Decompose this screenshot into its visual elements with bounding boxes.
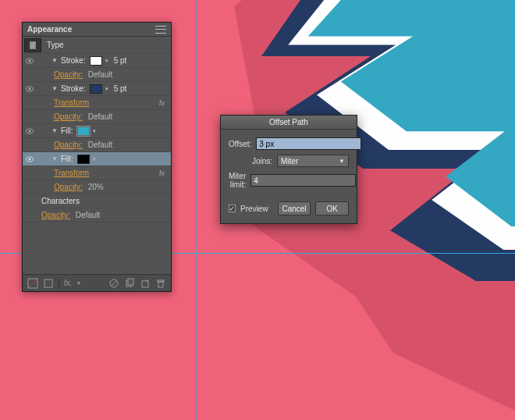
svg-point-3 [29, 87, 31, 90]
ok-button[interactable]: OK [315, 201, 349, 215]
target-type-label: Type [47, 41, 64, 49]
dialog-title-label: Offset Path [269, 118, 308, 126]
appearance-panel-title[interactable]: Appearance [23, 23, 171, 37]
swatch-dropdown-icon[interactable]: ▾ [105, 58, 108, 64]
svg-rect-15 [142, 281, 148, 287]
stroke-box-icon[interactable] [43, 278, 54, 289]
svg-point-7 [29, 158, 31, 160]
appearance-row-opacity[interactable]: Opacity: Default [23, 208, 171, 222]
stroke-swatch[interactable] [90, 84, 102, 94]
row-label: Stroke: [61, 56, 86, 65]
opacity-value: Default [88, 70, 113, 79]
row-label[interactable]: Opacity: [54, 70, 83, 79]
svg-rect-16 [158, 282, 163, 287]
duplicate-item-icon[interactable] [124, 278, 135, 289]
panel-menu-icon[interactable] [155, 26, 166, 34]
fill-swatch[interactable] [77, 155, 90, 164]
appearance-row-fill[interactable]: ▼ Fill: ▾ [23, 152, 171, 166]
svg-line-12 [111, 280, 117, 287]
appearance-row-effect[interactable]: Transform fx [23, 96, 171, 110]
row-label[interactable]: Opacity: [41, 211, 70, 219]
visibility-toggle-icon[interactable] [24, 154, 35, 165]
fx-indicator-icon: fx [159, 169, 165, 177]
appearance-row-stroke[interactable]: ▼ Stroke: ▾ 5 pt [23, 82, 171, 96]
fill-swatch[interactable] [77, 126, 90, 136]
visibility-toggle-icon[interactable] [24, 126, 35, 137]
no-fill-icon[interactable] [27, 278, 38, 289]
joins-select-value: Miter [281, 157, 298, 166]
appearance-target-row[interactable]: Type [23, 37, 171, 54]
appearance-row-effect[interactable]: Transform fx [23, 166, 171, 180]
appearance-row-stroke[interactable]: ▼ Stroke: ▾ 5 pt [23, 54, 171, 68]
stroke-swatch[interactable] [90, 56, 102, 66]
appearance-row-opacity[interactable]: Opacity: 20% [23, 180, 171, 194]
preview-label: Preview [240, 205, 268, 213]
svg-rect-14 [128, 279, 133, 285]
new-item-icon[interactable] [140, 278, 151, 289]
opacity-value: 20% [88, 183, 104, 191]
svg-point-5 [29, 130, 31, 132]
target-thumbnail-icon [24, 38, 41, 52]
joins-field-label: Joins: [229, 157, 272, 166]
row-label: Characters [41, 197, 80, 205]
appearance-row-characters[interactable]: Characters [23, 194, 171, 208]
row-label: Stroke: [61, 84, 86, 93]
row-label: Fill: [61, 126, 73, 135]
offset-input[interactable] [256, 137, 361, 150]
visibility-toggle-icon[interactable] [24, 55, 35, 66]
appearance-panel-footer: fx. ▾ [23, 274, 171, 291]
visibility-toggle-icon[interactable] [24, 84, 35, 94]
joins-select[interactable]: Miter ▼ [277, 155, 349, 167]
disclosure-triangle-icon[interactable]: ▼ [51, 57, 59, 64]
row-label[interactable]: Opacity: [54, 183, 83, 191]
svg-line-9 [29, 279, 37, 287]
guide-vertical[interactable] [197, 0, 197, 420]
swatch-dropdown-icon[interactable]: ▾ [105, 86, 108, 92]
row-label[interactable]: Transform [54, 98, 89, 107]
delete-item-icon[interactable] [155, 278, 166, 289]
svg-rect-10 [44, 279, 52, 287]
appearance-panel[interactable]: Appearance Type ▼ Stroke: ▾ 5 pt Opacity… [22, 22, 172, 292]
row-label[interactable]: Transform [54, 169, 89, 177]
row-label: Fill: [61, 155, 73, 163]
dialog-title-bar[interactable]: Offset Path [221, 116, 357, 130]
appearance-row-opacity[interactable]: Opacity: Default [23, 68, 171, 82]
appearance-row-opacity[interactable]: Opacity: Default [23, 110, 171, 124]
fx-indicator-icon: fx [159, 99, 165, 107]
add-effect-label[interactable]: fx. [64, 279, 73, 287]
stroke-weight-value[interactable]: 5 pt [114, 84, 127, 93]
disclosure-triangle-icon[interactable]: ▼ [51, 85, 59, 92]
disclosure-triangle-icon[interactable]: ▼ [51, 127, 59, 134]
row-label[interactable]: Opacity: [54, 112, 83, 121]
miter-limit-input[interactable] [250, 174, 356, 187]
opacity-value: Default [88, 112, 113, 121]
svg-rect-17 [158, 280, 164, 282]
appearance-row-opacity[interactable]: Opacity: Default [23, 138, 171, 152]
offset-path-dialog[interactable]: Offset Path Offset: Joins: Miter ▼ Miter… [220, 115, 357, 224]
panel-title-label: Appearance [27, 25, 72, 34]
row-label[interactable]: Opacity: [54, 141, 83, 149]
opacity-value: Default [76, 211, 101, 219]
miter-limit-label: Miter limit: [229, 172, 246, 189]
swatch-dropdown-icon[interactable]: ▾ [93, 156, 96, 162]
swatch-dropdown-icon[interactable]: ▾ [93, 128, 96, 134]
chevron-down-icon: ▼ [339, 158, 345, 165]
appearance-row-fill[interactable]: ▼ Fill: ▾ [23, 124, 171, 138]
svg-point-1 [29, 59, 31, 62]
cancel-button[interactable]: Cancel [278, 201, 311, 215]
disclosure-triangle-icon[interactable]: ▼ [51, 155, 59, 162]
clear-appearance-icon[interactable] [108, 278, 119, 289]
stroke-weight-value[interactable]: 5 pt [114, 56, 127, 65]
offset-field-label: Offset: [229, 140, 251, 148]
preview-checkbox[interactable]: ✓ [229, 205, 236, 212]
fx-dropdown-icon[interactable]: ▾ [77, 279, 80, 287]
opacity-value: Default [88, 141, 113, 149]
